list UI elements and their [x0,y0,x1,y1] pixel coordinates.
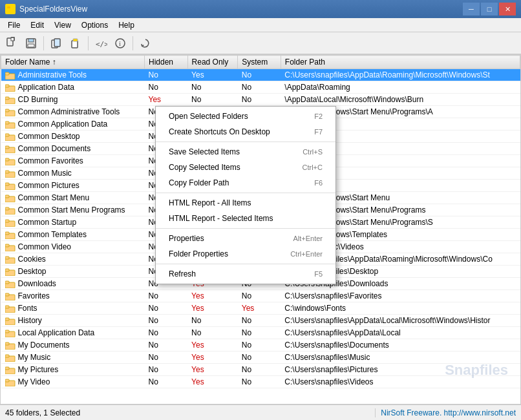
context-menu-item[interactable]: HTML Report - Selected Items [156,211,335,226]
context-menu: Open Selected FoldersF2Create Shortcuts … [155,106,336,284]
table-row[interactable]: HistoryNoNoNoC:\Users\snapfiles\AppData\… [1,315,520,327]
table-row[interactable]: Administrative ToolsNoYesNoC:\Users\snap… [1,69,520,81]
context-menu-item-label: Create Shortcuts On Desktop [169,127,270,136]
context-menu-item[interactable]: Copy Folder PathF6 [156,175,335,191]
svg-rect-5 [28,39,34,42]
app-title: SpecialFoldersView [19,5,87,14]
col-hidden[interactable]: Hidden [144,56,187,69]
cell-system: No [238,94,281,106]
status-bar: 45 folders, 1 Selected NirSoft Freeware.… [0,404,521,420]
toolbar-paste[interactable] [67,34,85,52]
cell-readonly: Yes [187,290,238,302]
maximize-button[interactable]: □ [481,3,498,16]
table-row[interactable]: My DocumentsNoYesNoC:\Users\snapfiles\Do… [1,339,520,352]
cell-name: Common Start Menu [1,192,145,204]
status-count: 45 folders, 1 Selected [0,408,376,417]
col-readonly[interactable]: Read Only [187,56,238,69]
cell-name: My Documents [1,339,145,352]
cell-system: No [238,352,281,364]
context-menu-item[interactable]: HTML Report - All Items [156,195,335,211]
menu-edit[interactable]: Edit [25,18,49,32]
cell-system: No [238,376,281,388]
context-menu-item[interactable]: RefreshF5 [156,266,335,282]
cell-name: Desktop [1,266,145,278]
context-menu-item-label: Folder Properties [169,249,228,258]
title-bar: SpecialFoldersView ─ □ ✕ [0,0,521,18]
toolbar-copy[interactable] [47,34,65,52]
menu-help[interactable]: Help [113,18,140,32]
context-menu-item[interactable]: Copy Selected ItemsCtrl+C [156,160,335,175]
context-menu-item-label: Save Selected Items [169,147,240,156]
context-menu-item[interactable]: Save Selected ItemsCtrl+S [156,144,335,160]
context-menu-separator [156,193,335,193]
col-system[interactable]: System [238,56,281,69]
cell-hidden: No [144,315,187,327]
toolbar-properties[interactable]: i [111,34,129,52]
toolbar-save[interactable] [22,34,40,52]
cell-readonly: No [187,315,238,327]
toolbar: </> i [0,32,521,54]
menu-view[interactable]: View [49,18,76,32]
context-menu-item[interactable]: Folder PropertiesCtrl+Enter [156,246,335,262]
cell-readonly: Yes [187,302,238,315]
cell-readonly: Yes [187,364,238,376]
context-menu-item-label: HTML Report - All Items [169,198,251,207]
svg-rect-55 [5,318,9,320]
svg-rect-29 [5,158,9,161]
context-menu-item-shortcut: F7 [314,128,323,136]
cell-readonly: No [187,81,238,94]
minimize-button[interactable]: ─ [463,3,480,16]
svg-rect-61 [5,355,9,357]
context-menu-item-label: Copy Selected Items [169,163,240,172]
table-row[interactable]: My VideoNoYesNoC:\Users\snapfiles\Videos [1,376,520,388]
svg-rect-41 [5,232,9,235]
toolbar-html[interactable]: </> [92,34,110,52]
cell-name: Cookies [1,253,145,266]
cell-system: No [238,290,281,302]
table-row[interactable]: Local Application DataNoNoNoC:\Users\sna… [1,327,520,339]
status-nirsoft[interactable]: NirSoft Freeware. http://www.nirsoft.net [376,408,521,417]
svg-rect-1 [7,6,10,8]
cell-name: My Pictures [1,364,145,376]
cell-hidden: No [144,352,187,364]
col-name[interactable]: Folder Name ↑ [1,56,145,69]
svg-rect-8 [54,39,60,47]
table-row[interactable]: FavoritesNoYesNoC:\Users\snapfiles\Favor… [1,290,520,302]
cell-system: No [238,327,281,339]
svg-rect-37 [5,207,9,210]
col-path[interactable]: Folder Path [281,56,520,69]
table-row[interactable]: CD BurningYesNoNo\AppData\Local\Microsof… [1,94,520,106]
context-menu-item[interactable]: Create Shortcuts On DesktopF7 [156,124,335,140]
toolbar-refresh[interactable] [136,34,154,52]
cell-name: Common Templates [1,229,145,241]
context-menu-separator [156,228,335,229]
cell-readonly: Yes [187,69,238,81]
cell-name: History [1,315,145,327]
close-button[interactable]: ✕ [499,3,516,16]
cell-name: Common Documents [1,143,145,155]
svg-rect-47 [5,269,9,271]
cell-path: C:\Users\snapfiles\Documents [281,339,520,352]
svg-rect-9 [72,41,78,48]
window-controls: ─ □ ✕ [463,3,516,16]
cell-path: C:\Users\snapfiles\Favorites [281,290,520,302]
menu-bar: File Edit View Options Help [0,18,521,32]
cell-hidden: No [144,302,187,315]
cell-path: \AppData\Roaming [281,81,520,94]
cell-name: Common Administrative Tools [1,106,145,118]
context-menu-item[interactable]: Open Selected FoldersF2 [156,109,335,124]
table-row[interactable]: FontsNoYesYesC:\windows\Fonts [1,302,520,315]
cell-hidden: No [144,364,187,376]
svg-rect-21 [5,109,9,112]
context-menu-item[interactable]: PropertiesAlt+Enter [156,231,335,246]
toolbar-new[interactable] [3,34,21,52]
table-row[interactable]: Application DataNoNoNo\AppData\Roaming [1,81,520,94]
table-row[interactable]: My PicturesNoYesNoC:\Users\snapfiles\Pic… [1,364,520,376]
table-row[interactable]: My MusicNoYesNoC:\Users\snapfiles\Music [1,352,520,364]
menu-file[interactable]: File [3,18,25,32]
menu-options[interactable]: Options [76,18,113,32]
cell-name: Favorites [1,290,145,302]
cell-system: No [238,339,281,352]
cell-name: Local Application Data [1,327,145,339]
cell-path: C:\windows\Fonts [281,302,520,315]
